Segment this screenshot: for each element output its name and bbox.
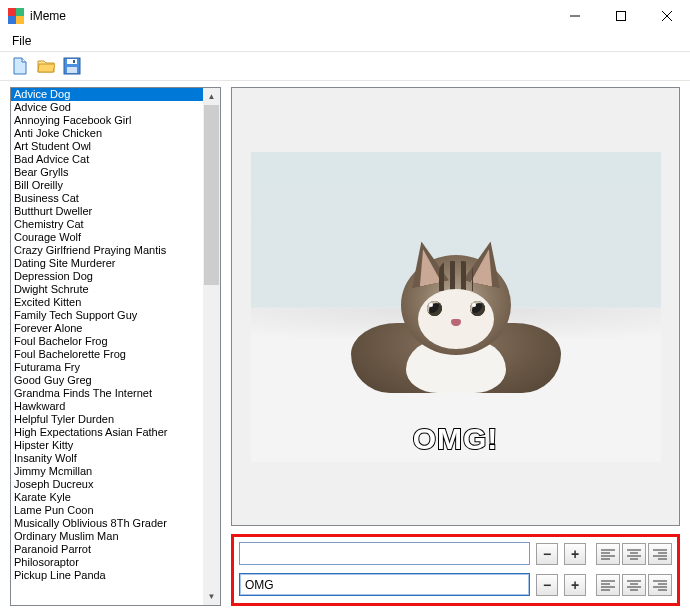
template-list-item[interactable]: Hawkward xyxy=(11,400,203,413)
top-align-right-button[interactable] xyxy=(648,543,672,565)
menu-file[interactable]: File xyxy=(6,32,37,50)
template-list-item[interactable]: High Expectations Asian Father xyxy=(11,426,203,439)
template-list-item[interactable]: Foul Bachelorette Frog xyxy=(11,348,203,361)
template-list-item[interactable]: Bad Advice Cat xyxy=(11,153,203,166)
top-font-increase-button[interactable]: + xyxy=(564,543,586,565)
template-list-item[interactable]: Family Tech Support Guy xyxy=(11,309,203,322)
template-list-item[interactable]: Insanity Wolf xyxy=(11,452,203,465)
bottom-font-decrease-button[interactable]: − xyxy=(536,574,558,596)
template-list-item[interactable]: Anti Joke Chicken xyxy=(11,127,203,140)
top-align-group xyxy=(596,543,672,565)
template-list-item[interactable]: Depression Dog xyxy=(11,270,203,283)
template-list-item[interactable]: Chemistry Cat xyxy=(11,218,203,231)
template-list-item[interactable]: Grandma Finds The Internet xyxy=(11,387,203,400)
scroll-thumb[interactable] xyxy=(204,105,219,285)
window-controls xyxy=(552,0,690,31)
template-list-item[interactable]: Excited Kitten xyxy=(11,296,203,309)
meme-canvas: OMG! xyxy=(251,152,661,462)
template-list-item[interactable]: Art Student Owl xyxy=(11,140,203,153)
svg-rect-2 xyxy=(8,16,16,24)
minimize-button[interactable] xyxy=(552,0,598,31)
sidebar: Advice DogAdvice GodAnnoying Facebook Gi… xyxy=(0,81,225,612)
caption-controls-highlight: − + − + xyxy=(231,534,680,606)
meme-preview: OMG! xyxy=(231,87,680,526)
template-list-item[interactable]: Dwight Schrute xyxy=(11,283,203,296)
template-list-item[interactable]: Pickup Line Panda xyxy=(11,569,203,582)
bottom-align-group xyxy=(596,574,672,596)
top-align-center-button[interactable] xyxy=(622,543,646,565)
new-document-button[interactable] xyxy=(10,56,30,76)
template-list-item[interactable]: Ordinary Muslim Man xyxy=(11,530,203,543)
template-listbox[interactable]: Advice DogAdvice GodAnnoying Facebook Gi… xyxy=(10,87,221,606)
close-button[interactable] xyxy=(644,0,690,31)
top-caption-row: − + xyxy=(239,542,672,565)
template-list-item[interactable]: Helpful Tyler Durden xyxy=(11,413,203,426)
svg-rect-3 xyxy=(16,16,24,24)
svg-rect-5 xyxy=(617,11,626,20)
svg-rect-9 xyxy=(67,59,77,64)
svg-rect-1 xyxy=(16,8,24,16)
template-list-item[interactable]: Bill Oreilly xyxy=(11,179,203,192)
template-list-item[interactable]: Jimmy Mcmillan xyxy=(11,465,203,478)
template-list-item[interactable]: Paranoid Parrot xyxy=(11,543,203,556)
title-bar: iMeme xyxy=(0,0,690,31)
top-font-decrease-button[interactable]: − xyxy=(536,543,558,565)
template-list-item[interactable]: Crazy Girlfriend Praying Mantis xyxy=(11,244,203,257)
window-title: iMeme xyxy=(30,9,552,23)
save-button[interactable] xyxy=(62,56,82,76)
template-list-item[interactable]: Lame Pun Coon xyxy=(11,504,203,517)
bottom-caption-row: − + xyxy=(239,573,672,596)
top-align-left-button[interactable] xyxy=(596,543,620,565)
scroll-down-button[interactable]: ▼ xyxy=(203,588,220,605)
template-list-item[interactable]: Butthurt Dweller xyxy=(11,205,203,218)
client-area: Advice DogAdvice GodAnnoying Facebook Gi… xyxy=(0,81,690,612)
template-list-item[interactable]: Advice Dog xyxy=(11,88,203,101)
template-list-item[interactable]: Futurama Fry xyxy=(11,361,203,374)
template-list-item[interactable]: Courage Wolf xyxy=(11,231,203,244)
maximize-button[interactable] xyxy=(598,0,644,31)
template-list-item[interactable]: Joseph Ducreux xyxy=(11,478,203,491)
template-list-item[interactable]: Foul Bachelor Frog xyxy=(11,335,203,348)
bottom-font-increase-button[interactable]: + xyxy=(564,574,586,596)
template-list-item[interactable]: Business Cat xyxy=(11,192,203,205)
menu-bar: File xyxy=(0,31,690,51)
svg-rect-11 xyxy=(73,60,75,63)
template-list-item[interactable]: Advice God xyxy=(11,101,203,114)
bottom-caption: OMG! xyxy=(413,422,499,456)
scrollbar[interactable]: ▲ ▼ xyxy=(203,88,220,605)
bottom-align-left-button[interactable] xyxy=(596,574,620,596)
template-list-item[interactable]: Annoying Facebook Girl xyxy=(11,114,203,127)
svg-rect-0 xyxy=(8,8,16,16)
template-list-item[interactable]: Karate Kyle xyxy=(11,491,203,504)
template-list-item[interactable]: Musically Oblivious 8Th Grader xyxy=(11,517,203,530)
template-list-item[interactable]: Bear Grylls xyxy=(11,166,203,179)
bottom-caption-input[interactable] xyxy=(239,573,530,596)
template-list-item[interactable]: Good Guy Greg xyxy=(11,374,203,387)
template-list-item[interactable]: Forever Alone xyxy=(11,322,203,335)
app-icon xyxy=(8,8,24,24)
top-caption-input[interactable] xyxy=(239,542,530,565)
svg-rect-10 xyxy=(67,67,77,73)
main-panel: OMG! − + − + xyxy=(225,81,690,612)
toolbar xyxy=(0,52,690,80)
scroll-track[interactable] xyxy=(203,105,220,588)
bottom-align-center-button[interactable] xyxy=(622,574,646,596)
template-list-item[interactable]: Philosoraptor xyxy=(11,556,203,569)
scroll-up-button[interactable]: ▲ xyxy=(203,88,220,105)
open-folder-button[interactable] xyxy=(36,56,56,76)
preview-subject xyxy=(351,323,561,393)
bottom-align-right-button[interactable] xyxy=(648,574,672,596)
template-list-item[interactable]: Dating Site Murderer xyxy=(11,257,203,270)
template-list-item[interactable]: Hipster Kitty xyxy=(11,439,203,452)
